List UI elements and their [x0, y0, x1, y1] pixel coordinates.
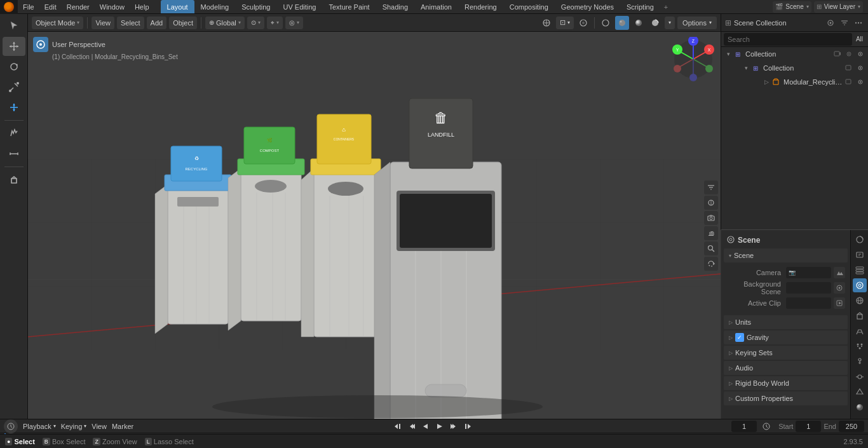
- prop-icon-world[interactable]: [853, 294, 867, 308]
- outliner-row-scene-collection[interactable]: ▾ ⊞ Collection: [721, 47, 868, 61]
- cursor-tool[interactable]: [3, 17, 25, 36]
- tab-uv-editing[interactable]: UV Editing: [276, 0, 322, 13]
- scale-tool[interactable]: [3, 78, 25, 97]
- tab-texture-paint[interactable]: Texture Paint: [322, 0, 376, 13]
- tab-add[interactable]: +: [660, 0, 672, 13]
- outliner-filter-all[interactable]: All: [853, 34, 865, 45]
- view-menu[interactable]: View: [92, 423, 107, 430]
- time-mode-btn[interactable]: [759, 419, 773, 433]
- shading-solid[interactable]: [615, 16, 629, 30]
- gravity-checkbox[interactable]: ✓: [735, 333, 744, 342]
- marker-menu[interactable]: Marker: [112, 423, 133, 430]
- vp-tool-zoom[interactable]: [704, 241, 718, 255]
- tab-modeling[interactable]: Modeling: [194, 0, 236, 13]
- outliner-search-input[interactable]: [724, 33, 852, 46]
- outliner-display-btn[interactable]: [825, 17, 836, 29]
- rotate-tool[interactable]: [3, 57, 25, 76]
- scene-selector[interactable]: 🎬 Scene ▾: [773, 1, 811, 13]
- start-frame-input[interactable]: 1: [796, 421, 821, 432]
- proportional-editing[interactable]: ◎ ▾: [285, 17, 303, 29]
- xray-toggle[interactable]: [576, 16, 590, 30]
- audio-section-header[interactable]: ▷ Audio: [724, 361, 848, 375]
- shading-material[interactable]: [632, 16, 646, 30]
- prop-icon-render[interactable]: [853, 233, 867, 247]
- bins-action-render[interactable]: [844, 77, 854, 87]
- scene-section-header[interactable]: ▾ Scene: [724, 248, 848, 262]
- step-fwd-btn[interactable]: [448, 421, 459, 432]
- menu-edit[interactable]: Edit: [39, 0, 62, 13]
- gravity-section-header[interactable]: ▷ ✓ Gravity: [724, 330, 848, 344]
- transform-orientation[interactable]: ⊕ Global ▾: [205, 17, 245, 29]
- action-viewport-visible[interactable]: [855, 49, 865, 59]
- pivot-point[interactable]: ⊙ ▾: [247, 17, 264, 29]
- view-menu[interactable]: View: [92, 17, 114, 29]
- active-clip-value[interactable]: [786, 297, 831, 309]
- prop-icon-particles[interactable]: [853, 339, 867, 353]
- tab-compositing[interactable]: Compositing: [503, 0, 555, 13]
- annotate-tool[interactable]: [3, 124, 25, 143]
- transform-tool[interactable]: [3, 98, 25, 117]
- move-tool[interactable]: [3, 37, 25, 56]
- outliner-row-recycling-bins[interactable]: ▷ Modular_Recycling_Bins_: [721, 75, 868, 89]
- bins-expand[interactable]: ▷: [762, 78, 771, 86]
- jump-end-btn[interactable]: [462, 421, 473, 432]
- tab-scripting[interactable]: Scripting: [620, 0, 660, 13]
- select-menu[interactable]: Select: [117, 17, 144, 29]
- shading-rendered[interactable]: [648, 16, 662, 30]
- menu-window[interactable]: Window: [95, 0, 130, 13]
- scene-collection-expand[interactable]: ▾: [724, 50, 733, 58]
- units-section-header[interactable]: ▷ Units: [724, 315, 848, 329]
- outliner-filter-btn[interactable]: [839, 17, 850, 29]
- menu-file[interactable]: File: [18, 0, 39, 13]
- rigid-body-section-header[interactable]: ▷ Rigid Body World: [724, 376, 848, 390]
- add-menu[interactable]: Add: [147, 17, 167, 29]
- prop-icon-scene[interactable]: [853, 278, 867, 292]
- overlays-btn[interactable]: ⊡ ▾: [556, 17, 574, 29]
- prop-icon-constraints[interactable]: [853, 370, 867, 384]
- keying-sets-section-header[interactable]: ▷ Keying Sets: [724, 346, 848, 360]
- prop-icon-object-data[interactable]: [853, 385, 867, 399]
- vp-tool-crease[interactable]: [704, 196, 718, 210]
- shading-wireframe[interactable]: [599, 16, 613, 30]
- 3d-viewport[interactable]: ♻ RECYCLING 🌿 COMPOST: [28, 32, 721, 419]
- tab-shading[interactable]: Shading: [376, 0, 414, 13]
- current-frame-input[interactable]: 1: [731, 421, 757, 432]
- collection-action-view[interactable]: [855, 63, 865, 73]
- end-frame-input[interactable]: 250: [839, 421, 864, 432]
- menu-help[interactable]: Help: [130, 0, 154, 13]
- prop-icon-material[interactable]: [853, 400, 867, 414]
- outliner-more-btn[interactable]: [853, 17, 864, 29]
- prop-icon-physics[interactable]: [853, 355, 867, 369]
- gizmo-toggle[interactable]: [539, 16, 553, 30]
- prop-icon-object[interactable]: [853, 309, 867, 323]
- tab-rendering[interactable]: Rendering: [458, 0, 503, 13]
- vp-tool-orbit[interactable]: [704, 257, 718, 271]
- active-clip-pick-btn[interactable]: [834, 297, 845, 309]
- tab-layout[interactable]: Layout: [161, 0, 194, 13]
- camera-value[interactable]: 📷: [786, 267, 831, 278]
- object-menu[interactable]: Object: [169, 17, 197, 29]
- jump-start-btn[interactable]: [392, 421, 403, 432]
- play-btn[interactable]: [434, 421, 445, 432]
- collection-action-render[interactable]: [844, 63, 854, 73]
- vp-tool-hand[interactable]: [704, 226, 718, 240]
- play-back-btn[interactable]: [420, 421, 431, 432]
- step-back-btn[interactable]: [406, 421, 417, 432]
- timeline-icon[interactable]: [4, 419, 18, 433]
- collection-expand[interactable]: ▾: [742, 64, 750, 72]
- action-camera[interactable]: [832, 49, 843, 59]
- prop-icon-output[interactable]: [853, 248, 867, 262]
- action-render-visible[interactable]: [844, 49, 854, 59]
- vp-tool-camera[interactable]: [704, 211, 718, 225]
- measure-tool[interactable]: [3, 144, 25, 163]
- prop-icon-modifier[interactable]: [853, 324, 867, 338]
- bg-scene-value[interactable]: [786, 282, 831, 294]
- vp-tool-filter[interactable]: [704, 180, 718, 194]
- add-cube-tool[interactable]: [3, 170, 25, 189]
- object-mode-dropdown[interactable]: Object Mode ▾: [32, 17, 83, 29]
- options-btn[interactable]: Options ▾: [677, 17, 717, 29]
- prop-icon-view-layer[interactable]: [853, 263, 867, 277]
- bg-scene-pick-btn[interactable]: [834, 282, 845, 294]
- tab-sculpting[interactable]: Sculpting: [235, 0, 276, 13]
- custom-props-section-header[interactable]: ▷ Custom Properties: [724, 391, 848, 405]
